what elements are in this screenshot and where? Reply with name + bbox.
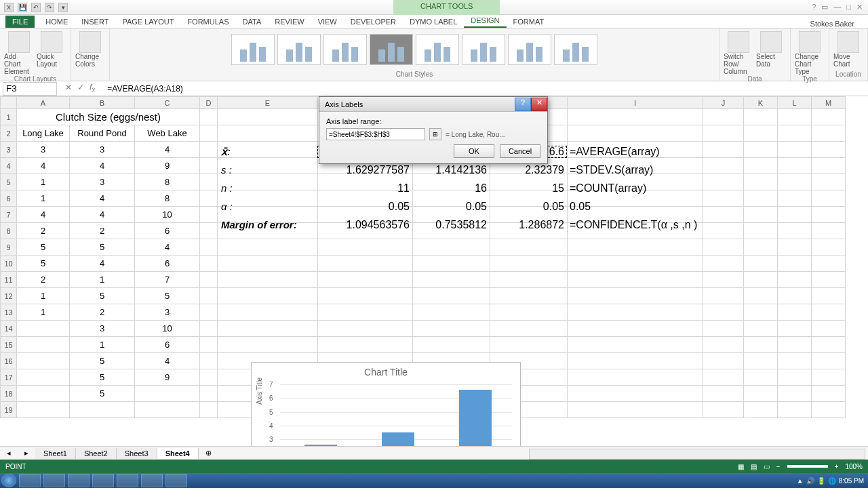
- help-icon[interactable]: ?: [812, 3, 816, 12]
- cell[interactable]: 1: [17, 304, 70, 321]
- cell[interactable]: 3: [17, 142, 70, 158]
- row-header[interactable]: 10: [1, 256, 17, 272]
- cell[interactable]: 6: [135, 223, 200, 239]
- cell[interactable]: 4: [135, 353, 200, 369]
- cell[interactable]: 0.05: [567, 201, 703, 213]
- tab-review[interactable]: REVIEW: [268, 16, 311, 28]
- cell[interactable]: 5: [135, 288, 200, 304]
- row-header[interactable]: 13: [1, 304, 17, 321]
- chart-style-thumb[interactable]: [554, 34, 597, 65]
- sheet-tab[interactable]: Sheet2: [76, 448, 117, 459]
- cell[interactable]: 8: [135, 174, 200, 190]
- col-header[interactable]: B: [70, 97, 135, 109]
- row-header[interactable]: 8: [1, 223, 17, 239]
- cell[interactable]: [70, 402, 135, 418]
- cell[interactable]: 11: [317, 182, 412, 195]
- change-colors-button[interactable]: Change Colors: [75, 31, 105, 68]
- dialog-help-button[interactable]: ?: [515, 98, 531, 111]
- cell[interactable]: Clutch Size (eggs/nest): [17, 109, 200, 125]
- cell[interactable]: 2: [17, 223, 70, 239]
- cell[interactable]: 4: [17, 207, 70, 223]
- tab-scroll-left-icon[interactable]: ◂: [0, 449, 18, 458]
- chart-styles-gallery[interactable]: [229, 31, 600, 68]
- redo-icon[interactable]: ↷: [45, 3, 54, 12]
- cell[interactable]: 5: [17, 239, 70, 256]
- cell[interactable]: 3: [70, 321, 135, 337]
- formula-input[interactable]: =AVERAGE(A3:A18): [103, 84, 868, 94]
- cell[interactable]: 1.4142136: [412, 164, 490, 176]
- tab-data[interactable]: DATA: [236, 16, 269, 28]
- taskbar-excel-icon[interactable]: [141, 474, 163, 487]
- chart-title[interactable]: Chart Title: [252, 363, 520, 378]
- save-icon[interactable]: 💾: [18, 3, 27, 12]
- cell[interactable]: 5: [70, 288, 135, 304]
- view-normal-icon[interactable]: ▦: [738, 463, 744, 470]
- taskbar-app-icon[interactable]: [165, 474, 187, 487]
- tab-developer[interactable]: DEVELOPER: [344, 16, 403, 28]
- plot-area[interactable]: 01234567Long LakeRound PondWeb Lake: [280, 384, 512, 449]
- collapse-dialog-button[interactable]: ⊞: [429, 128, 441, 140]
- row-header[interactable]: 4: [1, 158, 17, 174]
- chart-style-thumb[interactable]: [277, 34, 321, 65]
- account-name[interactable]: Stokes Baker: [810, 20, 868, 28]
- zoom-level[interactable]: 100%: [845, 463, 863, 470]
- row-header[interactable]: 3: [1, 142, 17, 158]
- tab-scroll-right-icon[interactable]: ▸: [18, 449, 35, 458]
- row-header[interactable]: 9: [1, 239, 17, 256]
- cell[interactable]: 15: [490, 182, 567, 195]
- taskbar-app-icon[interactable]: [117, 474, 138, 487]
- cell[interactable]: 7: [135, 272, 200, 288]
- cell[interactable]: Web Lake: [135, 125, 200, 142]
- quick-layout-button[interactable]: Quick Layout: [37, 31, 66, 75]
- cell[interactable]: 9: [135, 158, 200, 174]
- tray-icon[interactable]: 🔊: [806, 477, 814, 485]
- cell[interactable]: 6: [135, 256, 200, 272]
- chart-style-thumb[interactable]: [416, 34, 459, 65]
- cell[interactable]: 8: [135, 190, 200, 207]
- zoom-in-button[interactable]: +: [835, 463, 839, 470]
- cell[interactable]: 0.05: [490, 201, 567, 213]
- ribbon-options-icon[interactable]: ▭: [821, 3, 828, 12]
- undo-icon[interactable]: ↶: [31, 3, 41, 12]
- cell[interactable]: 1.629277587: [317, 164, 412, 176]
- select-data-button[interactable]: Select Data: [756, 31, 786, 75]
- col-header[interactable]: C: [135, 97, 200, 109]
- cell[interactable]: 2: [70, 304, 135, 321]
- maximize-icon[interactable]: □: [846, 3, 851, 12]
- chart-style-thumb[interactable]: [370, 34, 413, 65]
- start-button[interactable]: [1, 474, 16, 487]
- cell[interactable]: [17, 402, 70, 418]
- cell[interactable]: 5: [70, 353, 135, 369]
- cell[interactable]: 2: [17, 272, 70, 288]
- embedded-chart[interactable]: Chart Title Axis Title 01234567Long Lake…: [251, 362, 521, 449]
- cell[interactable]: 4: [70, 158, 135, 174]
- select-all-corner[interactable]: [1, 97, 17, 109]
- qat-more-icon[interactable]: ▾: [58, 3, 68, 12]
- add-chart-element-button[interactable]: Add Chart Element: [4, 31, 34, 75]
- col-header[interactable]: D: [200, 97, 218, 109]
- tab-file[interactable]: FILE: [5, 16, 35, 28]
- cell[interactable]: [17, 386, 70, 402]
- chart-style-thumb[interactable]: [508, 34, 551, 65]
- row-header[interactable]: 7: [1, 207, 17, 223]
- tab-page-layout[interactable]: PAGE LAYOUT: [115, 16, 180, 28]
- cell[interactable]: 10: [135, 207, 200, 223]
- zoom-slider[interactable]: [787, 465, 828, 468]
- col-header[interactable]: I: [568, 97, 703, 109]
- cell[interactable]: [135, 386, 200, 402]
- sheet-tab[interactable]: Sheet1: [35, 448, 76, 459]
- cell[interactable]: 4: [70, 207, 135, 223]
- cell[interactable]: 3: [70, 142, 135, 158]
- cell[interactable]: =CONFIDENCE.T(α ,s ,n ): [567, 219, 716, 231]
- col-header[interactable]: J: [703, 97, 744, 109]
- tab-dymo[interactable]: DYMO Label: [403, 16, 464, 28]
- row-header[interactable]: 14: [1, 321, 17, 337]
- tab-format[interactable]: FORMAT: [507, 16, 551, 28]
- cell[interactable]: 5: [70, 239, 135, 256]
- axis-label-range-input[interactable]: [326, 128, 425, 140]
- enter-formula-icon[interactable]: ✓: [77, 83, 84, 94]
- tray-icon[interactable]: 🌐: [828, 477, 836, 485]
- cancel-formula-icon[interactable]: ✕: [65, 83, 72, 94]
- col-header[interactable]: K: [744, 97, 778, 109]
- row-header[interactable]: 6: [1, 190, 17, 207]
